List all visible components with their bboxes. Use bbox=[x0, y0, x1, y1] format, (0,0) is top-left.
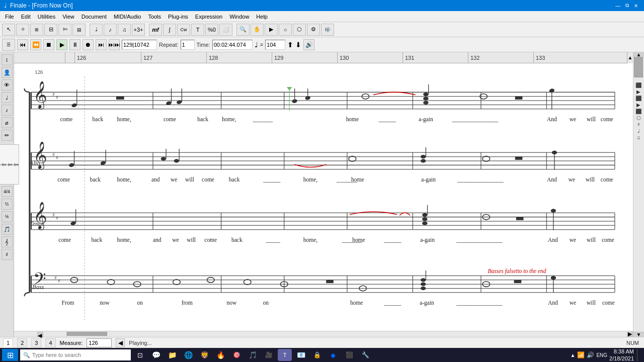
menu-tools[interactable]: Tools bbox=[145, 13, 164, 21]
menu-help[interactable]: Help bbox=[253, 13, 271, 21]
time-display[interactable] bbox=[212, 40, 253, 50]
smart-shape[interactable]: ∫ bbox=[163, 24, 176, 36]
rt-icon8[interactable]: ♩ bbox=[637, 128, 640, 134]
search-bar[interactable]: 🔍 bbox=[20, 349, 131, 360]
play[interactable]: ▶ bbox=[56, 39, 67, 50]
scroll-up-button[interactable]: ▲ bbox=[627, 52, 633, 63]
speedy-entry[interactable]: ✧ bbox=[16, 24, 29, 36]
fast-forward[interactable]: ⏭ bbox=[96, 39, 107, 50]
selection-tool[interactable]: ↖ bbox=[2, 24, 15, 36]
playback[interactable]: ▶ bbox=[265, 24, 278, 36]
lt-clef[interactable]: 𝄞 bbox=[2, 236, 13, 247]
menu-expression[interactable]: Expression bbox=[192, 13, 225, 21]
scrollbar-thumb-v[interactable] bbox=[634, 57, 643, 77]
taskview-button[interactable]: ⊡ bbox=[133, 349, 147, 361]
start-button[interactable]: ⊞ bbox=[2, 349, 18, 361]
taskbar-music[interactable]: 🎵 bbox=[246, 349, 260, 361]
taskbar-app1[interactable]: 🎯 bbox=[229, 349, 244, 361]
rt-icon1[interactable]: ⬛ bbox=[635, 82, 641, 88]
menu-file[interactable]: File bbox=[2, 13, 17, 21]
scroll-down-v[interactable]: ▼ bbox=[633, 332, 644, 337]
rt-icon2[interactable]: ▶ bbox=[636, 89, 640, 95]
tab-1[interactable]: 1 bbox=[3, 338, 13, 347]
fast-forward-end[interactable]: ⏭⏭ bbox=[109, 39, 120, 50]
maximize-button[interactable]: ⧉ bbox=[623, 2, 631, 10]
measure-tool[interactable]: ▤ bbox=[72, 24, 86, 36]
score-area[interactable]: 126 𝄞 ♯ ♯ bbox=[14, 63, 633, 331]
taskbar-dropbox[interactable]: ◆ bbox=[326, 349, 340, 361]
scissors[interactable]: ✄ bbox=[58, 24, 71, 36]
graphic[interactable]: ⬜ bbox=[219, 24, 232, 36]
lt-half[interactable]: ½ bbox=[2, 199, 13, 210]
titlebar-controls[interactable]: — ⧉ ✕ bbox=[614, 2, 640, 10]
tray-icon-network[interactable]: 📶 bbox=[577, 351, 585, 358]
collapse-panel[interactable]: ⬅⬅⬅⬅ bbox=[0, 144, 19, 185]
search-input[interactable] bbox=[32, 352, 120, 358]
menu-edit[interactable]: Edit bbox=[18, 13, 34, 21]
lt-quarter[interactable]: ¼ bbox=[2, 211, 13, 222]
measure-input[interactable] bbox=[87, 338, 112, 347]
taskbar-msg[interactable]: 💬 bbox=[149, 349, 163, 361]
close-button[interactable]: ✕ bbox=[632, 2, 640, 10]
tray-chevron[interactable]: ▲ bbox=[570, 352, 575, 358]
menu-document[interactable]: Document bbox=[78, 13, 110, 21]
record[interactable]: ⏺ bbox=[83, 39, 94, 50]
taskbar-chrome[interactable]: 🌐 bbox=[181, 349, 195, 361]
special[interactable]: ⬡ bbox=[293, 24, 306, 36]
taskbar-firefox[interactable]: 🔥 bbox=[213, 349, 227, 361]
staff-tool[interactable]: ⚙ bbox=[307, 24, 320, 36]
simple-entry[interactable]: ⊞ bbox=[30, 24, 43, 36]
scroll-left-button[interactable]: ◀ bbox=[37, 332, 43, 337]
measure-nav-button[interactable]: ◀ bbox=[116, 338, 125, 347]
lt-pencil[interactable]: ✏ bbox=[2, 130, 13, 141]
hand-grasp[interactable]: ✋ bbox=[251, 24, 264, 36]
lt-arrow[interactable]: ↕ bbox=[2, 54, 13, 65]
lt-eyes[interactable]: 👁 bbox=[2, 79, 13, 90]
note-quarter[interactable]: ♩ bbox=[90, 24, 103, 36]
tray-show-desktop[interactable] bbox=[637, 349, 639, 361]
taskbar-app4[interactable]: 🔧 bbox=[358, 349, 372, 361]
lt-music[interactable]: 🎵 bbox=[2, 224, 13, 235]
note-beam[interactable]: ♫ bbox=[118, 24, 131, 36]
lt-note2[interactable]: ♪ bbox=[2, 105, 13, 116]
menu-window[interactable]: Window bbox=[226, 13, 252, 21]
lt-slash[interactable]: ⌀ bbox=[2, 117, 13, 128]
taskbar-outlook[interactable]: 📧 bbox=[294, 349, 308, 361]
rt-icon6[interactable]: ⬡ bbox=[636, 115, 641, 121]
pause[interactable]: ⏸ bbox=[69, 39, 80, 50]
position-field[interactable] bbox=[122, 40, 157, 50]
horizontal-scrollbar[interactable]: ◀ ▶ bbox=[14, 331, 633, 337]
lt-note1[interactable]: ♩ bbox=[2, 92, 13, 103]
tempo-field[interactable] bbox=[265, 40, 285, 50]
taskbar-edge[interactable]: 🦁 bbox=[197, 349, 211, 361]
taskbar-video[interactable]: 🎥 bbox=[262, 349, 276, 361]
taskbar-explorer[interactable]: 📁 bbox=[165, 349, 179, 361]
rt-icon3[interactable]: ⬛ bbox=[635, 96, 641, 101]
scrollbar-thumb-h[interactable] bbox=[67, 332, 107, 336]
lt-person[interactable]: 👤 bbox=[2, 67, 13, 78]
percent[interactable]: %0 bbox=[205, 24, 218, 36]
rewind-start[interactable]: ⏮ bbox=[17, 39, 28, 50]
text-tool[interactable]: T bbox=[191, 24, 204, 36]
taskbar-app2[interactable]: 🔒 bbox=[310, 349, 324, 361]
minimize-button[interactable]: — bbox=[614, 2, 622, 10]
rt-icon4[interactable]: ▶ bbox=[636, 102, 640, 108]
tab-2[interactable]: 2 bbox=[17, 338, 27, 347]
taskbar-app3[interactable]: ⬛ bbox=[342, 349, 356, 361]
tray-icon-lang[interactable]: ENG bbox=[596, 352, 607, 358]
repeat-value[interactable] bbox=[181, 40, 195, 50]
clock[interactable]: 8:38 AM 2/18/2021 bbox=[609, 348, 634, 362]
instrument[interactable]: ○ bbox=[279, 24, 292, 36]
menu-view[interactable]: View bbox=[59, 13, 77, 21]
sidebar-toggle[interactable]: ☰ bbox=[2, 39, 15, 51]
score-mgr[interactable]: 🎼 bbox=[321, 24, 334, 36]
zoom[interactable]: 🔍 bbox=[236, 24, 250, 36]
scroll-right-button[interactable]: ▶ bbox=[627, 332, 633, 337]
articulation[interactable]: +3+ bbox=[132, 24, 145, 36]
scroll-up-v[interactable]: ▲ bbox=[633, 52, 644, 57]
lt-sharp[interactable]: ♯ bbox=[2, 249, 13, 260]
menu-plugins[interactable]: Plug-ins bbox=[165, 13, 191, 21]
note-eighth[interactable]: ♪ bbox=[104, 24, 117, 36]
rt-icon9[interactable]: ♫ bbox=[636, 135, 640, 140]
note-mover[interactable]: ⊟ bbox=[44, 24, 57, 36]
